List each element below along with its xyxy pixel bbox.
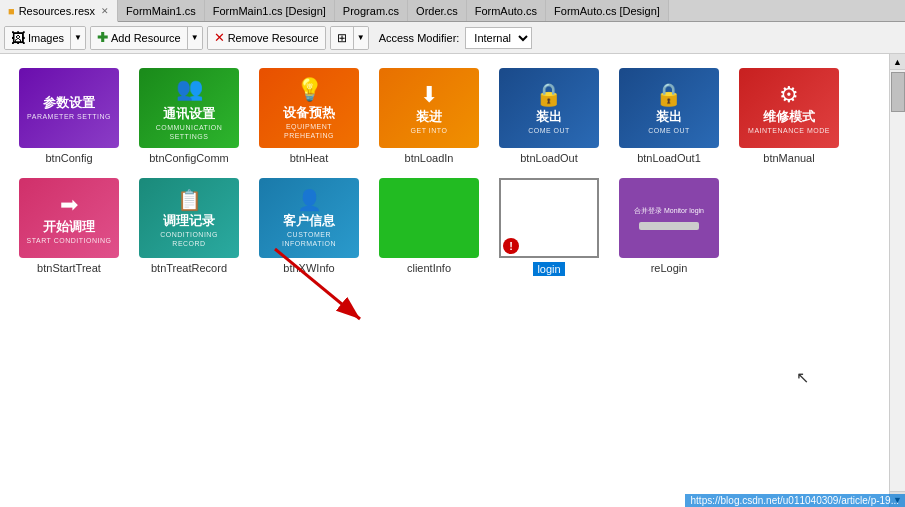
tab-label: Order.cs [416, 5, 458, 17]
resource-name: btnHeat [290, 152, 329, 164]
resource-thumbnail: ⚙ 维修模式 MAINTENANCE MODE [739, 68, 839, 148]
remove-icon: ✕ [214, 30, 225, 45]
resource-thumbnail: ➡ 开始调理 START CONDITIONING [19, 178, 119, 258]
tab-bar: ■ Resources.resx ✕ FormMain1.cs FormMain… [0, 0, 905, 22]
list-item[interactable]: 👤 客户信息 CUSTOMER INFORMATION btnXWInfo [254, 178, 364, 276]
list-item[interactable]: 📋 调理记录 CONDITIONING RECORD btnTreatRecor… [134, 178, 244, 276]
list-item[interactable]: ! login [494, 178, 604, 276]
resource-name: btnTreatRecord [151, 262, 227, 274]
resource-name: reLogin [651, 262, 688, 274]
btn-text-main: 调理记录 [143, 213, 235, 230]
add-resource-group: ✚ Add Resource ▼ [90, 26, 203, 50]
images-group: 🖼 Images ▼ [4, 26, 86, 50]
list-item[interactable]: clientInfo [374, 178, 484, 276]
tab-formauto-design[interactable]: FormAuto.cs [Design] [546, 0, 669, 21]
list-item[interactable]: 💡 设备预热 EQUIPMENT PREHEATING btnHeat [254, 68, 364, 164]
resource-name: btnConfigComm [149, 152, 228, 164]
scrollbar[interactable]: ▲ ▼ [889, 54, 905, 507]
resource-name: btnLoadOut1 [637, 152, 701, 164]
add-icon: ✚ [97, 30, 108, 45]
resource-thumbnail: 💡 设备预热 EQUIPMENT PREHEATING [259, 68, 359, 148]
btn-text-main: 设备预热 [263, 105, 355, 122]
cursor-indicator: ↖ [796, 368, 809, 387]
chevron-down-icon: ▼ [74, 33, 82, 42]
toolbar: 🖼 Images ▼ ✚ Add Resource ▼ ✕ Remove Res… [0, 22, 905, 54]
chevron-down-icon: ▼ [357, 33, 365, 42]
tab-formauto[interactable]: FormAuto.cs [467, 0, 546, 21]
btn-text-sub: PARAMETER SETTING [27, 112, 111, 121]
scroll-up-btn[interactable]: ▲ [890, 54, 905, 70]
tab-formmain1[interactable]: FormMain1.cs [118, 0, 205, 21]
view-dropdown-btn[interactable]: ▼ [353, 27, 368, 49]
add-resource-btn[interactable]: ✚ Add Resource [91, 27, 187, 49]
btn-text-main: 维修模式 [748, 109, 830, 126]
list-item[interactable]: ➡ 开始调理 START CONDITIONING btnStartTreat [14, 178, 124, 276]
grid-view-btn[interactable]: ⊞ [331, 27, 353, 49]
resource-name: btnManual [763, 152, 814, 164]
btn-text-sub: COME OUT [648, 126, 690, 135]
list-item[interactable]: 参数设置 PARAMETER SETTING btnConfig [14, 68, 124, 164]
btn-text-main: 客户信息 [263, 213, 355, 230]
images-label: Images [28, 32, 64, 44]
resource-name: btnConfig [45, 152, 92, 164]
tab-order[interactable]: Order.cs [408, 0, 467, 21]
btn-text-sub: GET INTO [411, 126, 448, 135]
main-area: 参数设置 PARAMETER SETTING btnConfig 👥 通讯设置 … [0, 54, 905, 507]
images-dropdown-btn[interactable]: ▼ [70, 27, 85, 49]
btn-text-main: 装进 [411, 109, 448, 126]
list-item[interactable]: 🔒 装出 COME OUT btnLoadOut1 [614, 68, 724, 164]
tab-formmain1-design[interactable]: FormMain1.cs [Design] [205, 0, 335, 21]
resource-thumbnail: 🔒 装出 COME OUT [619, 68, 719, 148]
resource-thumbnail: 参数设置 PARAMETER SETTING [19, 68, 119, 148]
resource-thumbnail: 📋 调理记录 CONDITIONING RECORD [139, 178, 239, 258]
btn-text-main: 通讯设置 [143, 106, 235, 123]
list-item[interactable]: 🔒 装出 COME OUT btnLoadOut [494, 68, 604, 164]
resource-thumbnail: 👤 客户信息 CUSTOMER INFORMATION [259, 178, 359, 258]
resource-thumbnail: ⬇ 装进 GET INTO [379, 68, 479, 148]
images-btn[interactable]: 🖼 Images [5, 27, 70, 49]
chevron-down-icon: ▼ [191, 33, 199, 42]
btn-text-sub: COMMUNICATION SETTINGS [143, 123, 235, 141]
btn-text-sub: CONDITIONING RECORD [143, 230, 235, 248]
list-item[interactable]: 👥 通讯设置 COMMUNICATION SETTINGS btnConfigC… [134, 68, 244, 164]
resource-name: btnXWInfo [283, 262, 334, 274]
btn-text-main: 开始调理 [27, 219, 112, 236]
resource-thumbnail: 👥 通讯设置 COMMUNICATION SETTINGS [139, 68, 239, 148]
remove-resource-btn[interactable]: ✕ Remove Resource [208, 27, 325, 49]
access-modifier-label: Access Modifier: [379, 32, 460, 44]
remove-resource-label: Remove Resource [228, 32, 319, 44]
resource-name: login [533, 262, 564, 276]
view-group: ⊞ ▼ [330, 26, 369, 50]
error-badge: ! [503, 238, 519, 254]
tab-label: FormAuto.cs [Design] [554, 5, 660, 17]
btn-text-sub: MAINTENANCE MODE [748, 126, 830, 135]
scrollbar-thumb[interactable] [891, 72, 905, 112]
resource-name: btnStartTreat [37, 262, 101, 274]
status-bar: https://blog.csdn.net/u011040309/article… [685, 494, 905, 507]
btn-text-main: 装出 [648, 109, 690, 126]
images-icon: 🖼 [11, 30, 25, 46]
access-modifier-select[interactable]: Internal Public Private [465, 27, 532, 49]
resource-thumbnail [379, 178, 479, 258]
remove-resource-group: ✕ Remove Resource [207, 26, 326, 50]
list-item[interactable]: ⚙ 维修模式 MAINTENANCE MODE btnManual [734, 68, 844, 164]
add-resource-label: Add Resource [111, 32, 181, 44]
add-dropdown-btn[interactable]: ▼ [187, 27, 202, 49]
tab-label: FormMain1.cs [126, 5, 196, 17]
content-area: 参数设置 PARAMETER SETTING btnConfig 👥 通讯设置 … [0, 54, 889, 507]
tab-resources[interactable]: ■ Resources.resx ✕ [0, 0, 118, 22]
list-item[interactable]: 合并登录 Monitor login reLogin [614, 178, 724, 276]
btn-text-sub: EQUIPMENT PREHEATING [263, 122, 355, 140]
tab-close-btn[interactable]: ✕ [101, 6, 109, 16]
tab-program[interactable]: Program.cs [335, 0, 408, 21]
status-url: https://blog.csdn.net/u011040309/article… [691, 495, 899, 506]
tab-label: FormMain1.cs [Design] [213, 5, 326, 17]
grid-icon: ⊞ [337, 31, 347, 45]
list-item[interactable]: ⬇ 装进 GET INTO btnLoadIn [374, 68, 484, 164]
resource-name: btnLoadOut [520, 152, 578, 164]
btn-text-sub: START CONDITIONING [27, 236, 112, 245]
resource-name: btnLoadIn [405, 152, 454, 164]
btn-text-main: 参数设置 [27, 95, 111, 112]
tab-label: Resources.resx [19, 5, 95, 17]
btn-text-sub: CUSTOMER INFORMATION [263, 230, 355, 248]
